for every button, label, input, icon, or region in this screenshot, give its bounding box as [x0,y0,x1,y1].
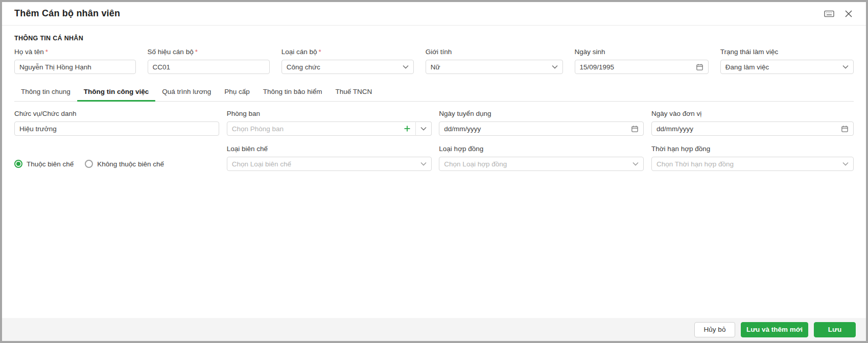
work-row-1: Chức vụ/Chức danh Phòng ban Chọn Phòng b… [14,110,854,136]
add-staff-dialog: Thêm Cán bộ nhân viên THÔNG TIN CÁ NHÂN … [2,2,866,341]
required-asterisk: * [45,48,48,56]
chevron-down-icon [403,65,409,69]
chevron-down-icon [420,162,427,166]
field-staff-code: Số hiệu cán bộ* [148,48,270,74]
calendar-icon[interactable] [631,125,639,133]
tab-thue-tncn[interactable]: Thuế TNCN [329,82,379,101]
dialog-header: Thêm Cán bộ nhân viên [2,2,866,26]
birth-date-value: 15/09/1995 [580,63,615,71]
field-position: Chức vụ/Chức danh [14,110,219,136]
contract-type-placeholder: Chọn Loại hợp đồng [444,160,507,168]
radio-in-payroll-label: Thuộc biên chế [27,160,74,168]
full-name-input[interactable] [14,60,136,74]
position-input[interactable] [14,121,219,136]
contract-term-select[interactable]: Chọn Thời hạn hợp đồng [651,157,854,171]
hire-date-placeholder: dd/mm/yyyy [444,125,481,133]
birth-date-label: Ngày sinh [575,48,605,56]
contract-term-placeholder: Chọn Thời hạn hợp đồng [656,160,734,168]
dialog-title: Thêm Cán bộ nhân viên [14,8,120,19]
save-and-new-button[interactable]: Lưu và thêm mới [741,322,808,337]
field-staff-type: Loại cán bộ* Công chức [281,48,414,74]
calendar-icon[interactable] [696,63,703,71]
tab-thong-tin-chung[interactable]: Thông tin chung [14,82,77,101]
contract-type-select[interactable]: Chọn Loại hợp đồng [439,157,644,171]
field-join-unit-date: Ngày vào đơn vị dd/mm/yyyy [651,110,854,136]
gender-label: Giới tính [426,48,452,56]
chevron-down-icon [842,65,849,69]
field-contract-term: Thời hạn hợp đồng Chọn Thời hạn hợp đồng [651,145,854,171]
contract-term-label: Thời hạn hợp đồng [651,145,710,153]
full-name-label: Họ và tên [14,48,44,56]
field-payroll-type: Loại biên chế Chọn Loại biên chế [227,145,432,171]
staff-code-input[interactable] [148,60,270,74]
field-full-name: Họ và tên* [14,48,136,74]
join-unit-date-input[interactable]: dd/mm/yyyy [651,121,854,136]
department-select[interactable]: Chọn Phòng ban [227,121,416,136]
birth-date-input[interactable]: 15/09/1995 [575,60,709,74]
field-birth-date: Ngày sinh 15/09/1995 [575,48,709,74]
radio-not-in-payroll-label: Không thuộc biên chế [97,160,164,168]
keyboard-icon[interactable] [822,7,836,21]
tab-thong-tin-cong-viec[interactable]: Thông tin công việc [77,82,156,101]
personal-info-row: Họ và tên* Số hiệu cán bộ* Loại cán bộ* … [14,48,854,74]
join-unit-date-label: Ngày vào đơn vị [651,110,701,117]
work-status-value: Đang làm việc [725,63,769,71]
tab-qua-trinh-luong[interactable]: Quá trình lương [155,82,218,101]
radio-circle-icon [14,160,22,168]
chevron-down-icon [552,65,558,69]
staff-type-label: Loại cán bộ [281,48,317,56]
department-placeholder: Chọn Phòng ban [232,125,284,133]
field-contract-type: Loại hợp đồng Chọn Loại hợp đồng [439,145,644,171]
field-hire-date: Ngày tuyển dụng dd/mm/yyyy [439,110,644,136]
position-label: Chức vụ/Chức danh [14,110,77,117]
join-unit-date-placeholder: dd/mm/yyyy [656,125,693,133]
gender-value: Nữ [431,63,440,71]
staff-type-value: Công chức [287,63,320,71]
staff-code-label: Số hiệu cán bộ [148,48,194,56]
payroll-type-label: Loại biên chế [227,145,268,153]
tab-phu-cap[interactable]: Phụ cấp [218,82,256,101]
radio-circle-icon [85,160,93,168]
tab-bar: Thông tin chung Thông tin công việc Quá … [14,82,854,102]
radio-not-in-payroll[interactable]: Không thuộc biên chế [85,160,164,168]
staff-type-select[interactable]: Công chức [281,60,414,74]
required-asterisk: * [319,48,321,56]
save-button[interactable]: Lưu [814,322,856,337]
chevron-down-icon [420,127,427,131]
department-select-group: Chọn Phòng ban [227,121,432,136]
payroll-type-placeholder: Chọn Loại biên chế [232,160,291,168]
work-status-select[interactable]: Đang làm việc [720,60,854,74]
payroll-type-select[interactable]: Chọn Loại biên chế [227,157,432,171]
calendar-icon[interactable] [841,125,849,133]
field-gender: Giới tính Nữ [426,48,563,74]
department-dropdown-button[interactable] [415,121,432,136]
work-row-2: Thuộc biên chế Không thuộc biên chế Loại… [14,145,854,171]
field-department: Phòng ban Chọn Phòng ban [227,110,432,136]
section-title-personal: THÔNG TIN CÁ NHÂN [14,35,854,42]
hire-date-input[interactable]: dd/mm/yyyy [439,121,644,136]
payroll-radio-group: Thuộc biên chế Không thuộc biên chế [14,145,219,171]
field-work-status: Trạng thái làm việc Đang làm việc [720,48,854,74]
radio-in-payroll[interactable]: Thuộc biên chế [14,160,74,168]
hire-date-label: Ngày tuyển dụng [439,110,491,117]
tab-content-work: Chức vụ/Chức danh Phòng ban Chọn Phòng b… [14,102,854,171]
chevron-down-icon [842,162,849,166]
chevron-down-icon [632,162,639,166]
dialog-footer: Hủy bỏ Lưu và thêm mới Lưu [2,318,866,341]
required-asterisk: * [195,48,198,56]
work-status-label: Trạng thái làm việc [720,48,779,56]
dialog-body: THÔNG TIN CÁ NHÂN Họ và tên* Số hiệu cán… [2,26,866,318]
tab-thong-tin-bao-hiem[interactable]: Thông tin bảo hiểm [256,82,329,101]
department-label: Phòng ban [227,110,260,117]
contract-type-label: Loại hợp đồng [439,145,483,153]
add-department-icon[interactable] [404,125,411,132]
gender-select[interactable]: Nữ [426,60,563,74]
cancel-button[interactable]: Hủy bỏ [694,322,735,337]
close-icon[interactable] [841,7,856,21]
